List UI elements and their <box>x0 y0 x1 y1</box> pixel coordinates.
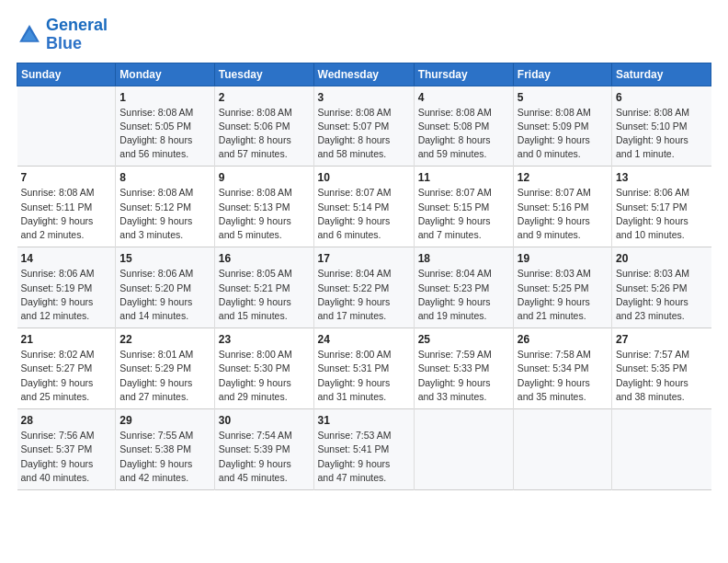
day-info: Sunrise: 8:08 AM Sunset: 5:08 PM Dayligh… <box>418 106 509 162</box>
day-info: Sunrise: 8:07 AM Sunset: 5:14 PM Dayligh… <box>318 186 410 242</box>
day-info: Sunrise: 7:55 AM Sunset: 5:38 PM Dayligh… <box>119 429 210 485</box>
day-number: 21 <box>21 333 112 346</box>
weekday-header-tuesday: Tuesday <box>214 63 313 86</box>
calendar-cell <box>611 409 711 490</box>
day-info: Sunrise: 8:08 AM Sunset: 5:09 PM Dayligh… <box>518 106 608 162</box>
calendar-cell: 15Sunrise: 8:06 AM Sunset: 5:20 PM Dayli… <box>116 247 215 328</box>
weekday-header-thursday: Thursday <box>414 63 513 86</box>
calendar-cell: 2Sunrise: 8:08 AM Sunset: 5:06 PM Daylig… <box>214 86 313 167</box>
calendar-cell <box>414 409 513 490</box>
day-number: 29 <box>119 414 210 427</box>
calendar-cell: 28Sunrise: 7:56 AM Sunset: 5:37 PM Dayli… <box>17 409 116 490</box>
weekday-header-row: SundayMondayTuesdayWednesdayThursdayFrid… <box>17 63 711 86</box>
calendar-cell: 19Sunrise: 8:03 AM Sunset: 5:25 PM Dayli… <box>513 247 611 328</box>
day-info: Sunrise: 8:01 AM Sunset: 5:29 PM Dayligh… <box>119 348 210 404</box>
page: General Blue SundayMondayTuesdayWednesda… <box>0 0 728 563</box>
calendar-cell: 12Sunrise: 8:07 AM Sunset: 5:16 PM Dayli… <box>513 167 611 247</box>
day-info: Sunrise: 8:00 AM Sunset: 5:30 PM Dayligh… <box>219 348 310 404</box>
day-number: 27 <box>616 333 708 346</box>
day-info: Sunrise: 8:05 AM Sunset: 5:21 PM Dayligh… <box>219 267 310 323</box>
calendar-cell: 11Sunrise: 8:07 AM Sunset: 5:15 PM Dayli… <box>414 167 513 247</box>
day-number: 14 <box>21 252 112 265</box>
logo-icon <box>17 22 42 48</box>
day-number: 30 <box>219 414 310 427</box>
week-row-2: 7Sunrise: 8:08 AM Sunset: 5:11 PM Daylig… <box>17 167 711 247</box>
calendar-cell: 26Sunrise: 7:58 AM Sunset: 5:34 PM Dayli… <box>513 328 611 409</box>
day-info: Sunrise: 8:03 AM Sunset: 5:26 PM Dayligh… <box>616 267 708 323</box>
header: General Blue <box>17 17 711 53</box>
day-info: Sunrise: 8:00 AM Sunset: 5:31 PM Dayligh… <box>318 348 410 404</box>
calendar-cell: 9Sunrise: 8:08 AM Sunset: 5:13 PM Daylig… <box>214 167 313 247</box>
day-number: 28 <box>21 414 112 427</box>
calendar-cell: 4Sunrise: 8:08 AM Sunset: 5:08 PM Daylig… <box>414 86 513 167</box>
week-row-5: 28Sunrise: 7:56 AM Sunset: 5:37 PM Dayli… <box>17 409 711 490</box>
day-number: 3 <box>318 91 410 104</box>
calendar-cell: 25Sunrise: 7:59 AM Sunset: 5:33 PM Dayli… <box>414 328 513 409</box>
weekday-header-saturday: Saturday <box>611 63 711 86</box>
day-info: Sunrise: 8:07 AM Sunset: 5:15 PM Dayligh… <box>418 186 509 242</box>
day-info: Sunrise: 8:08 AM Sunset: 5:07 PM Dayligh… <box>318 106 410 162</box>
day-info: Sunrise: 8:08 AM Sunset: 5:11 PM Dayligh… <box>21 186 112 242</box>
day-number: 18 <box>418 252 509 265</box>
calendar-table: SundayMondayTuesdayWednesdayThursdayFrid… <box>17 63 711 490</box>
calendar-cell: 14Sunrise: 8:06 AM Sunset: 5:19 PM Dayli… <box>17 247 116 328</box>
calendar-cell: 5Sunrise: 8:08 AM Sunset: 5:09 PM Daylig… <box>513 86 611 167</box>
day-number: 31 <box>318 414 410 427</box>
day-info: Sunrise: 7:54 AM Sunset: 5:39 PM Dayligh… <box>219 429 310 485</box>
day-info: Sunrise: 7:53 AM Sunset: 5:41 PM Dayligh… <box>318 429 410 485</box>
logo: General Blue <box>17 17 108 53</box>
day-number: 24 <box>318 333 410 346</box>
day-info: Sunrise: 7:57 AM Sunset: 5:35 PM Dayligh… <box>616 348 708 404</box>
calendar-cell: 7Sunrise: 8:08 AM Sunset: 5:11 PM Daylig… <box>17 167 116 247</box>
day-number: 12 <box>518 171 608 184</box>
day-number: 16 <box>219 252 310 265</box>
calendar-cell <box>513 409 611 490</box>
day-info: Sunrise: 8:08 AM Sunset: 5:13 PM Dayligh… <box>219 186 310 242</box>
day-number: 22 <box>119 333 210 346</box>
calendar-cell <box>17 86 116 167</box>
calendar-cell: 20Sunrise: 8:03 AM Sunset: 5:26 PM Dayli… <box>611 247 711 328</box>
calendar-cell: 22Sunrise: 8:01 AM Sunset: 5:29 PM Dayli… <box>116 328 215 409</box>
day-info: Sunrise: 7:58 AM Sunset: 5:34 PM Dayligh… <box>518 348 608 404</box>
calendar-cell: 16Sunrise: 8:05 AM Sunset: 5:21 PM Dayli… <box>214 247 313 328</box>
day-number: 15 <box>119 252 210 265</box>
weekday-header-wednesday: Wednesday <box>313 63 414 86</box>
calendar-cell: 29Sunrise: 7:55 AM Sunset: 5:38 PM Dayli… <box>116 409 215 490</box>
calendar-cell: 1Sunrise: 8:08 AM Sunset: 5:05 PM Daylig… <box>116 86 215 167</box>
day-number: 7 <box>21 171 112 184</box>
day-info: Sunrise: 8:06 AM Sunset: 5:17 PM Dayligh… <box>616 186 708 242</box>
day-number: 2 <box>219 91 310 104</box>
day-number: 20 <box>616 252 708 265</box>
day-number: 23 <box>219 333 310 346</box>
day-number: 1 <box>119 91 210 104</box>
day-number: 19 <box>518 252 608 265</box>
calendar-cell: 3Sunrise: 8:08 AM Sunset: 5:07 PM Daylig… <box>313 86 414 167</box>
calendar-cell: 31Sunrise: 7:53 AM Sunset: 5:41 PM Dayli… <box>313 409 414 490</box>
weekday-header-monday: Monday <box>116 63 215 86</box>
week-row-3: 14Sunrise: 8:06 AM Sunset: 5:19 PM Dayli… <box>17 247 711 328</box>
day-number: 25 <box>418 333 509 346</box>
calendar-cell: 24Sunrise: 8:00 AM Sunset: 5:31 PM Dayli… <box>313 328 414 409</box>
day-info: Sunrise: 8:02 AM Sunset: 5:27 PM Dayligh… <box>21 348 112 404</box>
day-number: 17 <box>318 252 410 265</box>
day-number: 6 <box>616 91 708 104</box>
day-info: Sunrise: 8:04 AM Sunset: 5:22 PM Dayligh… <box>318 267 410 323</box>
weekday-header-sunday: Sunday <box>17 63 116 86</box>
day-info: Sunrise: 8:03 AM Sunset: 5:25 PM Dayligh… <box>518 267 608 323</box>
day-number: 9 <box>219 171 310 184</box>
week-row-1: 1Sunrise: 8:08 AM Sunset: 5:05 PM Daylig… <box>17 86 711 167</box>
day-number: 4 <box>418 91 509 104</box>
day-number: 13 <box>616 171 708 184</box>
calendar-cell: 10Sunrise: 8:07 AM Sunset: 5:14 PM Dayli… <box>313 167 414 247</box>
logo-text: General Blue <box>46 17 108 53</box>
day-number: 26 <box>518 333 608 346</box>
calendar-cell: 13Sunrise: 8:06 AM Sunset: 5:17 PM Dayli… <box>611 167 711 247</box>
day-info: Sunrise: 8:06 AM Sunset: 5:19 PM Dayligh… <box>21 267 112 323</box>
calendar-cell: 18Sunrise: 8:04 AM Sunset: 5:23 PM Dayli… <box>414 247 513 328</box>
calendar-cell: 23Sunrise: 8:00 AM Sunset: 5:30 PM Dayli… <box>214 328 313 409</box>
day-info: Sunrise: 8:08 AM Sunset: 5:12 PM Dayligh… <box>119 186 210 242</box>
day-info: Sunrise: 7:59 AM Sunset: 5:33 PM Dayligh… <box>418 348 509 404</box>
calendar-cell: 6Sunrise: 8:08 AM Sunset: 5:10 PM Daylig… <box>611 86 711 167</box>
day-info: Sunrise: 8:08 AM Sunset: 5:05 PM Dayligh… <box>119 106 210 162</box>
calendar-cell: 21Sunrise: 8:02 AM Sunset: 5:27 PM Dayli… <box>17 328 116 409</box>
